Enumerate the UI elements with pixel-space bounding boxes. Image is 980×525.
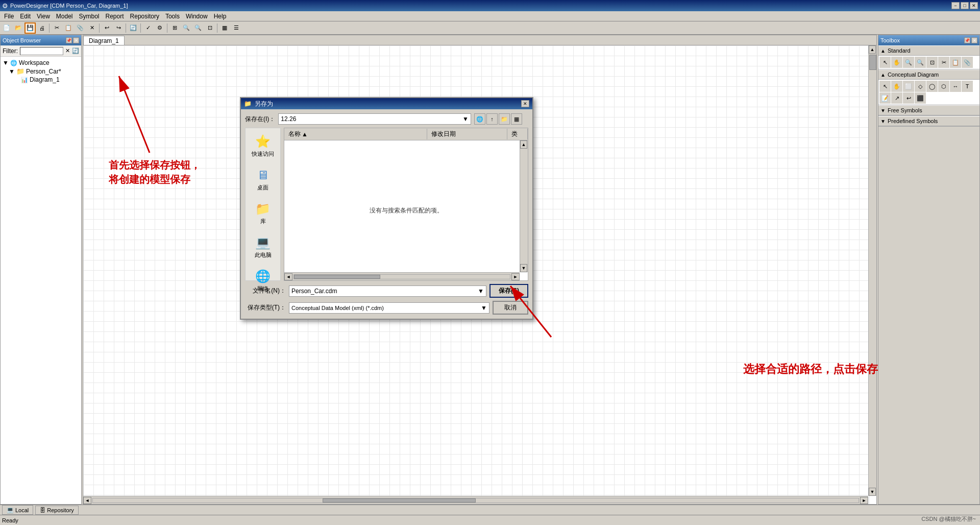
file-vscroll-down[interactable]: ▼ (520, 264, 527, 272)
toolbox-section-standard-header[interactable]: ▲ Standard (878, 45, 979, 56)
file-hscroll-left[interactable]: ◄ (284, 273, 292, 280)
menu-report[interactable]: Report (103, 12, 127, 21)
toolbar-save[interactable]: 💾 (24, 22, 36, 34)
vscroll-up[interactable]: ▲ (869, 45, 876, 54)
hscroll-right[interactable]: ► (860, 497, 868, 504)
minimize-button[interactable]: − (951, 2, 960, 9)
toolbox-section-predefined-header[interactable]: ▼ Predefined Symbols (878, 116, 979, 126)
toolbox-pin-btn[interactable]: 📌 (964, 37, 970, 43)
diagram-hscroll[interactable]: ◄ ► (83, 496, 868, 504)
menu-window[interactable]: Window (183, 12, 211, 21)
toolbar-open[interactable]: 📂 (13, 22, 24, 34)
tool-association[interactable]: ◯ (926, 81, 938, 92)
col-header-date[interactable]: 修改日期 (427, 129, 507, 139)
dialog-up-btn[interactable]: ↑ (486, 113, 498, 125)
tool-relationship[interactable]: ◇ (915, 81, 926, 92)
tree-person-car[interactable]: ▼ 📁 Person_Car* (9, 67, 79, 76)
dialog-view-btn[interactable]: ▦ (511, 113, 522, 125)
tool-hand[interactable]: ✋ (891, 57, 902, 68)
ob-filter-clear[interactable]: ✕ (65, 47, 70, 54)
toolbox-close-btn[interactable]: ✕ (971, 37, 977, 43)
tool-inheritance[interactable]: ⬡ (938, 81, 949, 92)
shortcut-quick-access[interactable]: ⭐ 快速访问 (248, 131, 278, 161)
tool-zoom-in[interactable]: 🔍 (903, 57, 914, 68)
toolbar-refresh[interactable]: 🔄 (128, 22, 139, 34)
menu-repository[interactable]: Repository (127, 12, 162, 21)
hscroll-thumb[interactable] (323, 498, 476, 503)
ob-close-btn[interactable]: ✕ (73, 37, 79, 43)
tool-note[interactable]: 📝 (879, 92, 891, 104)
tool-text[interactable]: T (962, 81, 973, 92)
dialog-folder-new-btn[interactable]: 📁 (499, 113, 510, 125)
tree-workspace[interactable]: ▼ 🌐 Workspace (3, 59, 79, 67)
menu-help[interactable]: Help (211, 12, 230, 21)
maximize-button[interactable]: □ (961, 2, 969, 9)
col-header-type[interactable]: 类 (507, 129, 528, 139)
title-bar-controls[interactable]: − □ ✕ (951, 2, 978, 9)
diagram-tab-diagram1[interactable]: Diagram_1 (83, 36, 125, 45)
tool-hand2[interactable]: ✋ (891, 81, 902, 92)
file-hscroll-thumb[interactable] (294, 275, 380, 279)
cancel-button[interactable]: 取消 (493, 301, 528, 315)
toolbar-copy[interactable]: 📋 (63, 22, 74, 34)
dialog-close-button[interactable]: ✕ (521, 100, 529, 107)
tool-more[interactable]: ⬛ (915, 92, 926, 104)
toolbox-section-free-header[interactable]: ▼ Free Symbols (878, 105, 979, 115)
dialog-back-btn[interactable]: 🌐 (474, 113, 485, 125)
menu-tools[interactable]: Tools (162, 12, 183, 21)
toolbar-list[interactable]: ☰ (231, 22, 242, 34)
ob-filter-apply[interactable]: 🔄 (72, 47, 79, 54)
toolbar-zoom-100[interactable]: ⊡ (204, 22, 215, 34)
toolbar-new[interactable]: 📄 (1, 22, 12, 34)
menu-symbol[interactable]: Symbol (76, 12, 103, 21)
toolbox-section-conceptual-header[interactable]: ▲ Conceptual Diagram (878, 69, 979, 80)
shortcut-library[interactable]: 📁 库 (248, 199, 278, 228)
menu-file[interactable]: File (1, 12, 17, 21)
vscroll-thumb[interactable] (869, 55, 876, 70)
tool-cut2[interactable]: ✂ (938, 57, 949, 68)
shortcut-desktop[interactable]: 🖥 桌面 (248, 165, 278, 195)
close-button[interactable]: ✕ (970, 2, 978, 9)
save-button[interactable]: 保存(S) (489, 284, 528, 298)
shortcut-computer[interactable]: 💻 此电脑 (248, 232, 278, 262)
filename-input[interactable] (291, 288, 478, 295)
toolbar-layout[interactable]: ▦ (219, 22, 230, 34)
toolbar-generate[interactable]: ⚙ (154, 22, 165, 34)
col-header-name[interactable]: 名称 ▲ (284, 129, 427, 139)
menu-view[interactable]: View (34, 12, 53, 21)
toolbar-check[interactable]: ✓ (142, 22, 154, 34)
toolbar-redo[interactable]: ↪ (113, 22, 124, 34)
tree-diagram1[interactable]: ▶ 📊 Diagram_1 (15, 76, 79, 84)
tool-arc[interactable]: ↩ (903, 92, 914, 104)
tool-line[interactable]: ↗ (891, 92, 902, 104)
toolbar-zoom-out[interactable]: 🔍 (192, 22, 204, 34)
tool-select[interactable]: ↖ (879, 57, 891, 68)
tool-zoom-fit2[interactable]: ⊡ (926, 57, 938, 68)
toolbar-undo[interactable]: ↩ (101, 22, 112, 34)
tool-zoom-out[interactable]: 🔍 (915, 57, 926, 68)
toolbar-paste[interactable]: 📎 (75, 22, 86, 34)
tool-pointer[interactable]: ↖ (879, 81, 891, 92)
diagram-vscroll[interactable]: ▲ ▼ (868, 45, 876, 496)
ob-pin-btn[interactable]: 📌 (66, 37, 72, 43)
menu-model[interactable]: Model (53, 12, 76, 21)
tool-paste2[interactable]: 📎 (962, 57, 973, 68)
tool-link[interactable]: ↔ (950, 81, 961, 92)
file-vscroll-up[interactable]: ▲ (520, 140, 527, 149)
vscroll-down[interactable]: ▼ (869, 488, 876, 496)
toolbar-cut[interactable]: ✂ (51, 22, 62, 34)
tab-local[interactable]: 💻 Local (2, 505, 33, 515)
tool-copy2[interactable]: 📋 (950, 57, 961, 68)
file-vscroll[interactable]: ▲ ▼ (520, 140, 528, 272)
toolbar-delete[interactable]: ✕ (86, 22, 97, 34)
file-hscroll[interactable]: ◄ ► (284, 272, 520, 280)
tool-entity[interactable]: ⬜ (903, 81, 914, 92)
toolbar-zoom-in[interactable]: 🔍 (181, 22, 192, 34)
dialog-location-select[interactable]: 12.26 ▼ (278, 113, 471, 125)
hscroll-left[interactable]: ◄ (83, 497, 91, 504)
menu-edit[interactable]: Edit (17, 12, 34, 21)
file-hscroll-right[interactable]: ► (511, 273, 520, 280)
ob-filter-input[interactable] (20, 47, 63, 55)
toolbar-zoom-fit[interactable]: ⊞ (169, 22, 180, 34)
toolbar-print[interactable]: 🖨 (36, 22, 47, 34)
